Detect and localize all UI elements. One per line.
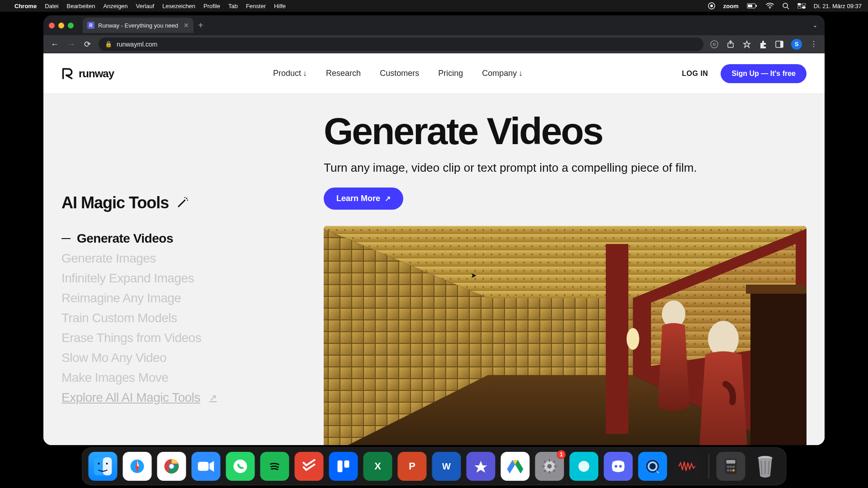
dock-app-chrome[interactable]: [157, 452, 186, 481]
dock-app-quicktime[interactable]: [638, 452, 667, 481]
record-status-icon[interactable]: [708, 2, 715, 9]
dock-app-trello[interactable]: [329, 452, 358, 481]
dock-app-word[interactable]: W: [432, 452, 461, 481]
menubar-item-bookmarks[interactable]: Lesezeichen: [162, 3, 195, 9]
dock-app-finder[interactable]: [89, 452, 118, 481]
dock-app-system-settings[interactable]: 1: [535, 452, 564, 481]
dock-app-spotify[interactable]: [260, 452, 289, 481]
tab-close-button[interactable]: ✕: [184, 22, 189, 29]
spotlight-search-icon[interactable]: [782, 2, 789, 9]
auth-controls: LOG IN Sign Up — It's free: [682, 64, 807, 83]
new-tab-button[interactable]: +: [198, 21, 203, 30]
extensions-button[interactable]: [759, 40, 768, 49]
dock-app-zoom[interactable]: [192, 452, 221, 481]
svg-point-83: [730, 469, 732, 472]
share-button[interactable]: [726, 40, 735, 49]
dock-trash[interactable]: [751, 452, 780, 481]
svg-line-7: [787, 7, 789, 9]
dock-app-powerpoint[interactable]: P: [398, 452, 427, 481]
window-close-button[interactable]: [49, 23, 55, 28]
tool-item-label: Infinitely Expand Images: [61, 271, 194, 286]
nav-pricing[interactable]: Pricing: [438, 69, 463, 78]
back-button[interactable]: ←: [50, 40, 60, 48]
tabs-overflow-button[interactable]: ⌄: [813, 22, 817, 28]
battery-icon[interactable]: [747, 3, 758, 9]
nav-customers[interactable]: Customers: [380, 69, 419, 78]
address-bar[interactable]: 🔒 runwayml.com: [99, 38, 703, 51]
dock-app-excel[interactable]: X: [363, 452, 392, 481]
menubar-item-window[interactable]: Fenster: [246, 3, 266, 9]
dock-app-discord[interactable]: [604, 452, 633, 481]
reload-button[interactable]: ⟳: [82, 40, 92, 48]
browser-tabstrip: R Runway - Everything you need ✕ + ⌄: [43, 15, 825, 35]
tools-sidebar: AI Magic Tools Generate Videos Generate …: [61, 112, 306, 445]
dock-app-safari[interactable]: [123, 452, 152, 481]
menubar-item-view[interactable]: Anzeigen: [103, 3, 127, 9]
forward-button[interactable]: →: [66, 40, 76, 48]
svg-point-84: [732, 469, 735, 472]
svg-point-18: [187, 200, 188, 201]
window-minimize-button[interactable]: [58, 23, 64, 28]
magic-wand-icon: [177, 193, 189, 212]
learn-more-button[interactable]: Learn More ↗: [324, 188, 403, 210]
login-link[interactable]: LOG IN: [682, 70, 708, 78]
dock-app-todoist[interactable]: [295, 452, 324, 481]
dock-app-google-drive[interactable]: [501, 452, 530, 481]
tool-item-reimagine[interactable]: Reimagine Any Image: [61, 291, 306, 305]
svg-point-17: [186, 198, 188, 199]
hero-section: Generate Videos Turn any image, video cl…: [324, 112, 807, 445]
window-fullscreen-button[interactable]: [68, 23, 74, 28]
google-account-icon[interactable]: G: [710, 40, 719, 49]
tool-item-slow-mo[interactable]: Slow Mo Any Video: [61, 351, 306, 365]
tool-item-images-move[interactable]: Make Images Move: [61, 371, 306, 385]
browser-tab[interactable]: R Runway - Everything you need ✕: [83, 18, 193, 33]
svg-text:P: P: [409, 460, 415, 472]
menubar-item-help[interactable]: Hilfe: [274, 3, 286, 9]
nav-pricing-label: Pricing: [438, 69, 463, 78]
dock-app-imovie[interactable]: [467, 452, 495, 481]
svg-line-68: [553, 470, 555, 472]
site-security-lock-icon[interactable]: 🔒: [105, 41, 112, 47]
sidepanel-button[interactable]: [775, 40, 784, 49]
control-center-icon[interactable]: [797, 3, 806, 9]
menubar-item-file[interactable]: Datei: [45, 3, 58, 9]
wifi-icon[interactable]: [766, 3, 774, 9]
tool-item-generate-videos[interactable]: Generate Videos: [61, 231, 306, 246]
bookmark-button[interactable]: [742, 40, 751, 49]
menubar-item-profiles[interactable]: Profile: [203, 3, 220, 9]
menubar-app-name[interactable]: Chrome: [14, 3, 37, 9]
site-header: runway Product↓ Research Customers Prici…: [43, 53, 825, 94]
menubar-item-tab[interactable]: Tab: [228, 3, 238, 9]
hero-subtitle: Turn any image, video clip or text promp…: [324, 161, 807, 175]
tool-item-label: Make Images Move: [61, 371, 168, 385]
svg-point-6: [783, 3, 788, 8]
chrome-menu-button[interactable]: ⋮: [809, 40, 818, 49]
dock-app-voice-memos[interactable]: [673, 452, 702, 481]
tool-item-train-models[interactable]: Train Custom Models: [61, 311, 306, 325]
zoom-status-label[interactable]: zoom: [723, 3, 739, 9]
tool-item-expand-images[interactable]: Infinitely Expand Images: [61, 271, 306, 286]
svg-rect-29: [606, 244, 628, 434]
dock-app-calculator[interactable]: [717, 452, 745, 481]
explore-all-tools-link[interactable]: Explore All AI Magic Tools↗: [61, 390, 306, 405]
signup-button[interactable]: Sign Up — It's free: [721, 64, 807, 83]
tool-item-erase-from-videos[interactable]: Erase Things from Videos: [61, 331, 306, 345]
dock-app-generic-1[interactable]: [570, 452, 599, 481]
svg-point-81: [732, 466, 735, 468]
menubar-datetime[interactable]: Di. 21. März 09:37: [814, 3, 862, 9]
svg-point-1: [710, 5, 713, 7]
menubar-item-history[interactable]: Verlauf: [136, 3, 154, 9]
settings-badge: 1: [557, 450, 566, 459]
nav-product[interactable]: Product↓: [273, 69, 307, 78]
site-logo[interactable]: runway: [61, 67, 114, 80]
svg-marker-56: [475, 461, 487, 473]
svg-point-37: [98, 463, 100, 465]
tool-item-generate-images[interactable]: Generate Images: [61, 251, 306, 266]
nav-research[interactable]: Research: [326, 69, 361, 78]
menubar-item-edit[interactable]: Bearbeiten: [66, 3, 95, 9]
dock-app-whatsapp[interactable]: [226, 452, 255, 481]
nav-company[interactable]: Company↓: [482, 69, 523, 78]
svg-text:W: W: [442, 461, 451, 471]
profile-avatar[interactable]: S: [791, 39, 802, 50]
svg-point-80: [730, 466, 732, 468]
